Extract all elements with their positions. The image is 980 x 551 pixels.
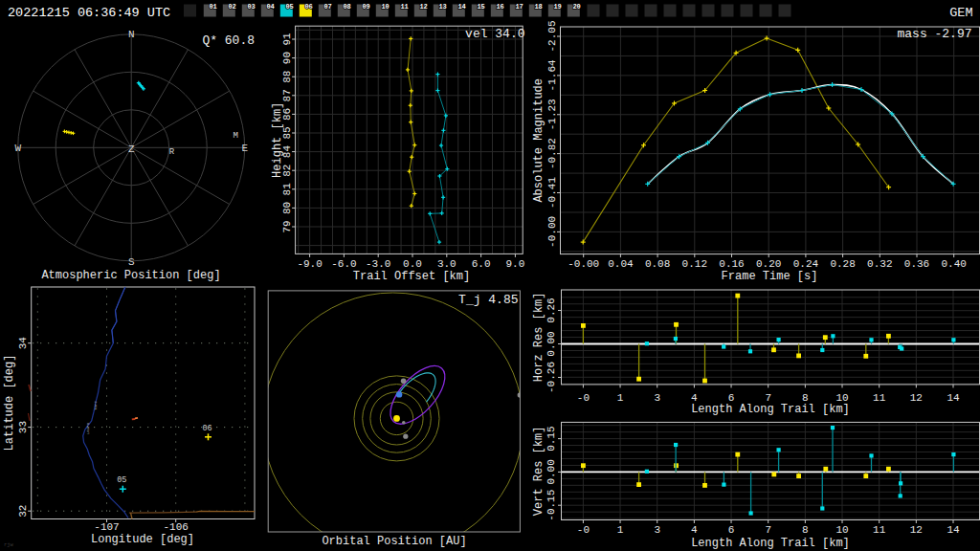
svg-text:-0.41: -0.41 [546,177,558,209]
svg-text:-107: -107 [94,521,119,533]
svg-text:01: 01 [209,3,216,11]
svg-text:-0: -0 [577,392,590,404]
svg-text:vel 34.0: vel 34.0 [465,27,524,41]
svg-text:0.36: 0.36 [904,258,929,270]
svg-text:8: 8 [802,524,809,536]
svg-text:0.26: 0.26 [546,298,557,322]
svg-text:0.12: 0.12 [682,258,707,270]
svg-text:0.32: 0.32 [867,258,892,270]
svg-text:32: 32 [17,505,29,518]
svg-text:-0.00: -0.00 [546,216,558,248]
svg-text:LasPa: LasPa [86,422,90,434]
svg-text:6.0: 6.0 [472,258,491,270]
svg-text:-0.00: -0.00 [568,258,599,270]
svg-text:-1.23: -1.23 [546,99,558,130]
svg-text:Latitude [deg]: Latitude [deg] [3,355,16,452]
svg-text:0.24: 0.24 [793,258,819,270]
svg-text:-106: -106 [163,521,188,533]
svg-text:Frame Time [s]: Frame Time [s] [722,270,818,283]
svg-text:79: 79 [281,220,293,232]
svg-text:08: 08 [343,3,350,11]
svg-text:Horz Res [km]: Horz Res [km] [532,293,546,383]
svg-text:0.16: 0.16 [719,258,744,270]
svg-text:12: 12 [910,524,923,536]
svg-text:Trail Offset [km]: Trail Offset [km] [353,270,470,283]
svg-text:rjw: rjw [4,541,14,548]
svg-text:Height [km]: Height [km] [271,102,284,178]
svg-text:-2.05: -2.05 [546,20,558,52]
svg-text:90: 90 [281,52,293,64]
svg-text:TorC: TorC [94,400,98,410]
svg-text:T_j 4.85: T_j 4.85 [458,293,518,307]
svg-text:12: 12 [910,392,923,404]
svg-text:14: 14 [947,392,960,404]
svg-text:R: R [169,147,175,157]
svg-text:-6.0: -6.0 [331,258,356,270]
svg-text:15: 15 [477,3,484,11]
svg-text:0.28: 0.28 [830,258,855,270]
svg-text:M: M [233,131,237,141]
svg-text:02: 02 [228,3,235,11]
svg-text:10: 10 [381,3,389,11]
svg-text:80: 80 [281,202,293,214]
svg-text:91: 91 [281,33,293,46]
svg-text:18: 18 [534,3,542,11]
svg-text:9.0: 9.0 [505,258,524,270]
svg-text:Length Along Trail [km]: Length Along Trail [km] [691,403,850,416]
svg-text:05: 05 [285,3,293,11]
svg-text:1: 1 [617,392,624,404]
svg-text:Z: Z [128,143,135,155]
svg-text:Longitude [deg]: Longitude [deg] [91,533,194,546]
svg-text:34: 34 [17,337,29,350]
svg-text:88: 88 [281,71,293,83]
svg-text:11: 11 [873,392,886,404]
svg-text:09: 09 [362,3,369,11]
svg-text:12: 12 [419,3,427,11]
svg-text:1: 1 [617,524,624,536]
svg-text:05: 05 [117,475,126,485]
svg-text:0.08: 0.08 [645,258,670,270]
svg-text:Vert Res [km]: Vert Res [km] [532,427,546,517]
svg-text:W: W [14,143,21,154]
svg-text:3: 3 [654,524,660,536]
svg-text:0.15: 0.15 [546,426,557,451]
svg-text:81: 81 [281,183,293,196]
svg-text:Atmospheric Position [deg]: Atmospheric Position [deg] [41,269,220,282]
svg-text:10: 10 [835,524,848,536]
svg-text:06: 06 [304,3,312,11]
svg-text:-0.15: -0.15 [546,490,557,521]
svg-text:7: 7 [765,524,771,536]
svg-text:E: E [241,143,248,154]
svg-text:S: S [128,256,135,268]
svg-text:0.00: 0.00 [546,459,557,484]
svg-text:14: 14 [947,524,960,536]
svg-text:4: 4 [691,524,698,536]
svg-text:19: 19 [553,3,561,11]
svg-text:-9.0: -9.0 [297,258,322,270]
svg-text:mass -2.97: mass -2.97 [897,27,971,41]
svg-text:0.40: 0.40 [941,258,966,270]
svg-text:17: 17 [515,3,523,11]
svg-text:0.00: 0.00 [546,331,557,356]
svg-text:20221215 06:36:49 UTC: 20221215 06:36:49 UTC [8,6,170,20]
svg-text:14: 14 [457,3,465,11]
svg-text:Absolute Magnitude: Absolute Magnitude [532,78,546,203]
svg-text:20: 20 [572,3,580,11]
svg-text:11: 11 [873,524,886,536]
svg-text:87: 87 [281,89,293,101]
svg-text:04: 04 [266,3,274,11]
svg-text:GEM: GEM [949,6,972,20]
svg-text:07: 07 [323,3,331,11]
svg-text:3: 3 [654,392,660,404]
svg-text:Orbital Position [AU]: Orbital Position [AU] [322,535,466,548]
svg-text:33: 33 [17,421,29,433]
svg-text:Length Along Trail [km]: Length Along Trail [km] [691,537,850,550]
svg-text:3.0: 3.0 [437,258,457,270]
svg-text:13: 13 [438,3,446,11]
svg-text:0.20: 0.20 [756,258,781,270]
svg-text:16: 16 [496,3,503,11]
svg-text:N: N [128,29,135,40]
svg-text:-1.64: -1.64 [546,59,558,91]
svg-text:-0: -0 [577,524,590,536]
svg-text:0.0: 0.0 [403,258,422,270]
